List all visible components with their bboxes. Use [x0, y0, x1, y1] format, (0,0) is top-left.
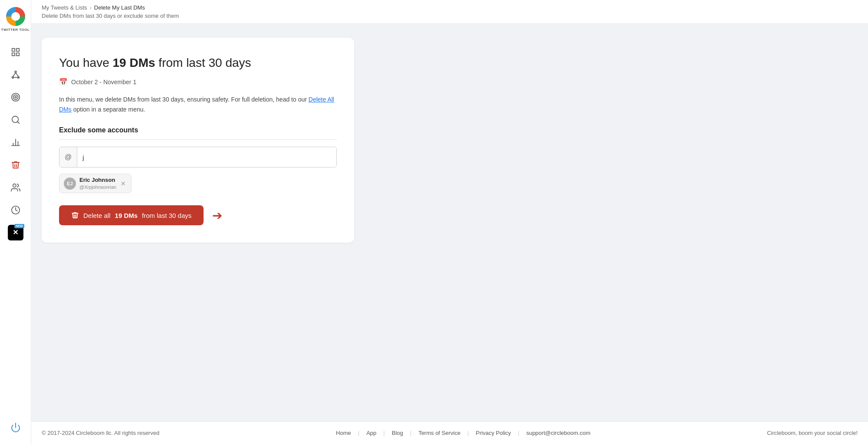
at-symbol: @ — [59, 147, 77, 167]
bar-chart-icon — [11, 138, 20, 147]
svg-point-19 — [13, 184, 16, 187]
exclude-input[interactable] — [77, 147, 336, 167]
breadcrumb: My Tweets & Lists › Delete My Last DMs — [42, 4, 858, 11]
svg-line-8 — [16, 72, 18, 76]
app-logo: TWITTER TOOL — [1, 7, 30, 32]
svg-line-7 — [13, 72, 15, 76]
remove-eric-johnson-button[interactable]: ✕ — [120, 181, 127, 187]
sidebar-item-search[interactable] — [6, 110, 25, 129]
card-description: In this menu, we delete DMs from last 30… — [59, 95, 337, 114]
delete-btn-row: Delete all 19 DMs from last 30 days ➔ — [59, 205, 337, 225]
svg-rect-3 — [12, 53, 14, 55]
footer-blog-link[interactable]: Blog — [392, 430, 403, 436]
sidebar: TWITTER TOOL — [0, 0, 31, 444]
footer-links: Home | App | Blog | Terms of Service | P… — [336, 430, 590, 436]
sidebar-item-delete[interactable] — [6, 155, 25, 174]
svg-point-11 — [13, 95, 18, 99]
main-card: You have 19 DMs from last 30 days 📅 Octo… — [42, 38, 354, 243]
power-button[interactable] — [6, 418, 25, 437]
sidebar-item-scheduled[interactable] — [6, 201, 25, 220]
page-body: You have 19 DMs from last 30 days 📅 Octo… — [31, 24, 868, 421]
eric-johnson-avatar: EJ — [64, 178, 76, 190]
delete-btn-trash-icon — [71, 211, 79, 219]
breadcrumb-bar: My Tweets & Lists › Delete My Last DMs D… — [31, 0, 868, 24]
search-icon — [11, 115, 20, 125]
eric-johnson-info: Eric Johnson @Xrpjohnsonrian — [79, 177, 116, 190]
sidebar-item-dashboard[interactable] — [6, 43, 25, 62]
users-icon — [11, 183, 20, 192]
title-prefix: You have — [59, 56, 113, 69]
arrow-indicator: ➔ — [212, 208, 222, 223]
sidebar-nav: NEW ✕ — [6, 43, 25, 418]
title-suffix: from last 30 days — [155, 56, 251, 69]
logo-inner — [11, 12, 20, 21]
excluded-tags: EJ Eric Johnson @Xrpjohnsonrian ✕ — [59, 174, 337, 193]
target-icon — [11, 92, 20, 102]
svg-rect-0 — [12, 48, 14, 51]
sidebar-item-network[interactable] — [6, 65, 25, 84]
footer-support-link[interactable]: support@circleboom.com — [526, 430, 591, 436]
copyright: © 2017-2024 Circleboom llc. All rights r… — [42, 430, 159, 436]
card-title: You have 19 DMs from last 30 days — [59, 55, 337, 71]
sidebar-item-target[interactable] — [6, 88, 25, 107]
title-bold: 19 DMs — [113, 56, 155, 69]
breadcrumb-separator: › — [90, 4, 92, 11]
footer: © 2017-2024 Circleboom llc. All rights r… — [31, 421, 868, 444]
footer-privacy-link[interactable]: Privacy Policy — [476, 430, 511, 436]
delete-btn-suffix: from last 30 days — [142, 212, 191, 219]
delete-dms-button[interactable]: Delete all 19 DMs from last 30 days — [59, 205, 204, 225]
delete-btn-count: 19 DMs — [115, 212, 138, 219]
delete-btn-prefix: Delete all — [83, 212, 111, 219]
eric-johnson-handle: @Xrpjohnsonrian — [79, 184, 116, 190]
breadcrumb-current: Delete My Last DMs — [94, 4, 145, 11]
sidebar-item-x[interactable]: NEW ✕ — [6, 223, 25, 242]
desc-before: In this menu, we delete DMs from last 30… — [59, 96, 309, 103]
footer-tagline: Circleboom, boom your social circle! — [767, 430, 858, 436]
breadcrumb-parent[interactable]: My Tweets & Lists — [42, 4, 87, 11]
app-name: TWITTER TOOL — [1, 28, 30, 32]
date-range-text: October 2 - November 1 — [71, 79, 136, 86]
grid-icon — [11, 47, 20, 57]
svg-rect-1 — [16, 48, 19, 51]
sidebar-item-users[interactable] — [6, 178, 25, 197]
main-content: My Tweets & Lists › Delete My Last DMs D… — [31, 0, 868, 444]
footer-tos-link[interactable]: Terms of Service — [418, 430, 460, 436]
exclude-input-wrapper: @ — [59, 147, 337, 168]
eric-johnson-name: Eric Johnson — [79, 177, 116, 184]
sidebar-item-analytics[interactable] — [6, 133, 25, 152]
svg-point-12 — [15, 96, 16, 98]
calendar-icon: 📅 — [59, 78, 68, 86]
svg-rect-2 — [16, 53, 19, 55]
new-badge: NEW — [14, 224, 24, 228]
trash-icon — [11, 160, 20, 170]
svg-line-14 — [17, 122, 19, 123]
section-divider — [59, 139, 337, 140]
sidebar-bottom — [6, 418, 25, 437]
section-label: Exclude some accounts — [59, 126, 337, 134]
clock-icon — [11, 205, 20, 215]
page-subtitle: Delete DMs from last 30 days or exclude … — [42, 13, 858, 19]
footer-home-link[interactable]: Home — [336, 430, 351, 436]
logo-circle — [6, 7, 25, 26]
date-range: 📅 October 2 - November 1 — [59, 78, 337, 86]
footer-app-link[interactable]: App — [366, 430, 376, 436]
desc-after: option in a separate menu. — [72, 106, 145, 113]
excluded-tag-eric-johnson: EJ Eric Johnson @Xrpjohnsonrian ✕ — [59, 174, 132, 193]
power-icon — [10, 422, 21, 433]
network-icon — [11, 70, 20, 79]
